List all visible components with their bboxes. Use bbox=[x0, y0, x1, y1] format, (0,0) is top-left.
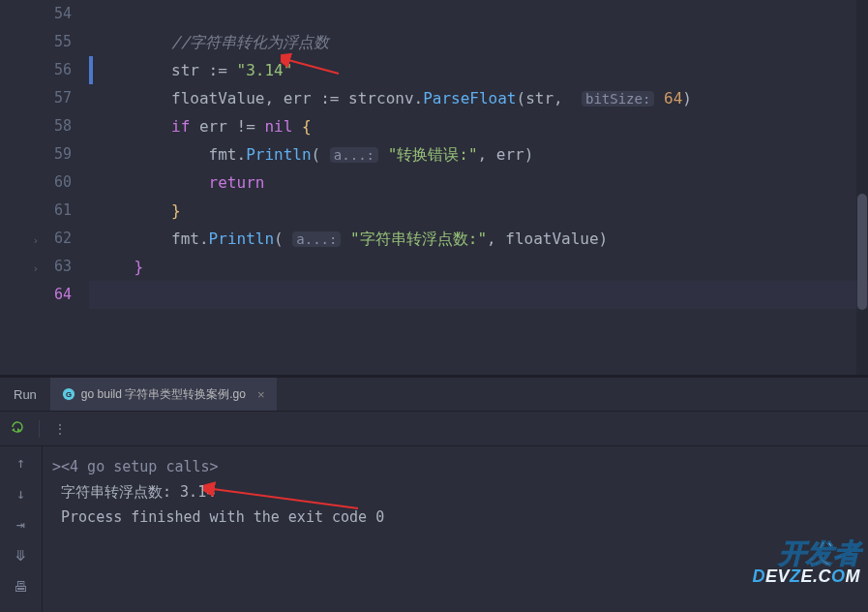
rerun-icon[interactable] bbox=[10, 419, 25, 438]
close-icon[interactable]: × bbox=[257, 387, 265, 402]
svg-marker-4 bbox=[12, 428, 15, 432]
go-icon: G bbox=[62, 387, 75, 401]
console-output[interactable]: ><4 go setup calls> 字符串转浮点数: 3.14 Proces… bbox=[43, 446, 868, 612]
code-line[interactable]: str := "3.14" bbox=[89, 56, 868, 84]
run-config-name: go build 字符串类型转换案例.go bbox=[81, 386, 246, 403]
scrollbar[interactable] bbox=[856, 0, 868, 375]
code-line[interactable]: } bbox=[89, 197, 868, 225]
code-line[interactable]: floatValue, err := strconv.ParseFloat(st… bbox=[89, 84, 868, 112]
line-number[interactable]: 64 bbox=[43, 281, 72, 309]
line-number[interactable]: 55 bbox=[43, 28, 72, 56]
code-line[interactable]: return bbox=[89, 168, 868, 197]
run-panel: Run G go build 字符串类型转换案例.go × ⋮ ↑ ↓ ⇥ ⤋ … bbox=[0, 378, 868, 612]
svg-text:G: G bbox=[66, 390, 72, 399]
code-editor[interactable]: //字符串转化为浮点数 str := "3.14" floatValue, er… bbox=[89, 0, 868, 375]
fold-marker[interactable]: › bbox=[0, 255, 43, 283]
run-tab-label[interactable]: Run bbox=[0, 378, 50, 411]
scroll-icon[interactable]: ⤋ bbox=[15, 547, 27, 565]
code-line[interactable]: } bbox=[89, 253, 868, 281]
code-line[interactable] bbox=[89, 281, 868, 309]
line-number[interactable]: 60 bbox=[43, 168, 72, 197]
line-number[interactable]: 58 bbox=[43, 112, 72, 140]
soft-wrap-icon[interactable]: ⇥ bbox=[16, 516, 25, 534]
line-number[interactable]: 56 bbox=[43, 56, 72, 84]
print-icon[interactable]: 🖶 bbox=[14, 578, 28, 596]
down-arrow-icon[interactable]: ↓ bbox=[16, 485, 25, 503]
up-arrow-icon[interactable]: ↑ bbox=[16, 454, 25, 472]
code-line[interactable]: if err != nil { bbox=[89, 112, 868, 140]
line-number[interactable]: 61 bbox=[43, 197, 72, 225]
line-number[interactable]: 63 bbox=[43, 253, 72, 281]
line-number[interactable]: 59 bbox=[43, 140, 72, 168]
fold-marker[interactable]: › bbox=[0, 227, 43, 255]
code-line[interactable]: fmt.Println( a...: "字符串转浮点数:", floatValu… bbox=[89, 225, 868, 253]
line-marker bbox=[89, 56, 93, 84]
gutter: › › bbox=[0, 0, 43, 375]
line-number[interactable]: 62 bbox=[43, 225, 72, 253]
more-icon[interactable]: ⋮ bbox=[53, 421, 67, 437]
code-line[interactable] bbox=[89, 0, 868, 28]
run-config-tab[interactable]: G go build 字符串类型转换案例.go × bbox=[50, 378, 277, 411]
code-line[interactable]: fmt.Println( a...: "转换错误:", err) bbox=[89, 140, 868, 168]
line-numbers: 5455565758596061626364 bbox=[43, 0, 89, 375]
line-number[interactable]: 54 bbox=[43, 0, 72, 28]
line-number[interactable]: 57 bbox=[43, 84, 72, 112]
code-line[interactable]: //字符串转化为浮点数 bbox=[89, 28, 868, 56]
